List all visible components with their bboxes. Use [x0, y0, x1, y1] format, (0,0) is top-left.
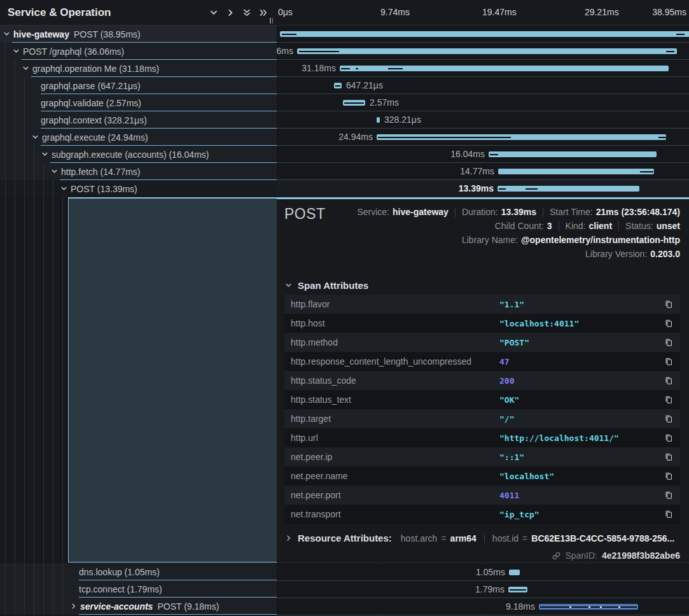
timeline-row[interactable]: 647.21μs: [277, 77, 689, 94]
copy-icon[interactable]: [662, 374, 675, 387]
chevron-right-icon[interactable]: [222, 4, 239, 21]
tree-row[interactable]: graphql.execute (24.94ms): [0, 129, 277, 146]
copy-icon[interactable]: [662, 489, 675, 501]
span-bar[interactable]: [297, 48, 677, 54]
copy-icon[interactable]: [662, 431, 675, 444]
resource-value: BC62E13B-C4CC-5854-9788-256...: [531, 533, 674, 543]
operation-name: graphql.context (328.21μs): [41, 115, 147, 125]
copy-icon[interactable]: [662, 470, 675, 482]
tree-row[interactable]: hive-gatewayPOST (38.95ms): [0, 25, 277, 43]
link-icon[interactable]: [552, 552, 560, 560]
span-bar[interactable]: [498, 169, 654, 174]
chevron-down-icon[interactable]: [3, 31, 10, 38]
chevron-down-icon[interactable]: [32, 134, 39, 141]
tree-row[interactable]: tcp.connect (1.79ms): [0, 580, 277, 598]
chevron-right-icon[interactable]: [70, 603, 77, 610]
attribute-row: http.method"POST": [284, 333, 680, 352]
meta-label: Child Count:: [495, 221, 544, 231]
timeline-row[interactable]: 36.06ms: [277, 43, 689, 60]
tree-row[interactable]: graphql.parse (647.21μs): [0, 77, 277, 94]
operation-name: graphql.parse (647.21μs): [41, 81, 141, 91]
attribute-value: 47: [499, 357, 662, 367]
meta-label: Start Time:: [550, 207, 593, 217]
child-span-marker: [510, 589, 526, 591]
copy-icon[interactable]: [662, 317, 675, 330]
timeline-ruler: 0μs9.74ms19.47ms29.21ms38.95ms: [277, 0, 689, 25]
copy-icon[interactable]: [662, 451, 675, 463]
operation-name: tcp.connect (1.79ms): [79, 584, 162, 594]
span-bar[interactable]: [377, 117, 380, 123]
ruler-tick: 19.47ms: [482, 7, 517, 17]
copy-icon[interactable]: [662, 298, 675, 311]
indent-guide: [43, 197, 44, 563]
chevron-right-icon: [285, 535, 292, 542]
ruler-tick: 38.95ms: [652, 7, 686, 17]
span-attributes-table: http.flavor"1.1"http.host"localhost:4011…: [284, 295, 680, 524]
tree-row[interactable]: graphql.context (328.21μs): [0, 111, 277, 129]
timeline-row[interactable]: 1.79ms: [277, 581, 689, 598]
timeline-row[interactable]: 1.05ms: [277, 564, 689, 581]
tree-row[interactable]: graphql.operation Me (31.18ms): [0, 60, 277, 77]
copy-icon[interactable]: [662, 393, 675, 406]
column-resizer-handle[interactable]: [270, 18, 273, 24]
child-span-marker: [344, 102, 364, 104]
attribute-key: http.host: [291, 318, 499, 328]
timeline-row[interactable]: 328.21μs: [277, 111, 689, 129]
copy-icon[interactable]: [662, 508, 675, 521]
chevron-down-icon[interactable]: [60, 185, 67, 192]
timeline-row[interactable]: [277, 25, 689, 43]
timeline-row[interactable]: 2.57ms: [277, 94, 689, 111]
equals-sign: =: [441, 533, 446, 543]
copy-icon[interactable]: [662, 336, 675, 349]
attribute-key: net.peer.ip: [291, 452, 499, 462]
span-name: http.fetch (14.77ms): [0, 163, 277, 180]
chevron-down-icon[interactable]: [13, 48, 20, 55]
copy-icon[interactable]: [662, 355, 675, 368]
chevron-down-icon[interactable]: [22, 65, 29, 72]
span-bar[interactable]: [509, 570, 520, 575]
attribute-key: http.method: [291, 337, 499, 347]
operation-name: subgraph.execute (accounts) (16.04ms): [52, 150, 209, 160]
tree-row[interactable]: POST (13.39ms): [0, 180, 277, 197]
span-name: hive-gatewayPOST (38.95ms): [0, 25, 277, 43]
resource-attributes-row[interactable]: Resource Attributes: host.arch=arm64host…: [285, 533, 680, 543]
span-bar[interactable]: [489, 151, 657, 157]
span-detail-meta: Service:hive-gatewayDuration:13.39msStar…: [357, 205, 680, 261]
duration-label: 1.05ms: [476, 564, 505, 581]
chevron-down-icon[interactable]: [51, 168, 58, 175]
tree-row[interactable]: service-accountsPOST (9.18ms): [0, 598, 277, 615]
event-marker: [569, 606, 571, 608]
attribute-key: http.target: [291, 414, 499, 424]
chevron-down-icon[interactable]: [41, 151, 48, 158]
indent-guide: [53, 197, 53, 563]
tree-row[interactable]: dns.lookup (1.05ms): [0, 563, 277, 580]
tree-row[interactable]: http.fetch (14.77ms): [0, 163, 277, 180]
double-chevron-down-icon[interactable]: [239, 4, 255, 21]
timeline-row[interactable]: 24.94ms: [277, 129, 689, 146]
span-id-label: SpanID:: [565, 550, 597, 561]
chevron-down-icon: [285, 282, 292, 289]
operation-name: POST /graphql (36.06ms): [23, 46, 124, 57]
meta-label: Service:: [357, 207, 389, 217]
span-name: dns.lookup (1.05ms): [0, 563, 277, 580]
tree-row[interactable]: subgraph.execute (accounts) (16.04ms): [0, 146, 277, 163]
span-bar[interactable]: [498, 186, 639, 192]
tree-row[interactable]: POST /graphql (36.06ms): [0, 43, 277, 60]
timeline-row[interactable]: 16.04ms: [277, 146, 689, 163]
span-attributes-section-toggle[interactable]: Span Attributes: [285, 280, 368, 291]
chevron-down-icon[interactable]: [205, 4, 222, 21]
operation-name: graphql.execute (24.94ms): [42, 132, 148, 143]
tree-header: Service & Operation: [0, 0, 277, 25]
operation-name: graphql.operation Me (31.18ms): [32, 64, 159, 74]
timeline-row[interactable]: 9.18ms: [277, 598, 689, 615]
child-span-marker: [282, 34, 296, 36]
equals-sign: =: [522, 533, 527, 543]
span-detail-title: POST: [284, 206, 326, 223]
span-bar[interactable]: [280, 31, 689, 37]
tree-row[interactable]: graphql.validate (2.57ms): [0, 94, 277, 111]
timeline-row[interactable]: 31.18ms: [277, 60, 689, 77]
copy-icon[interactable]: [662, 412, 675, 425]
span-name: graphql.operation Me (31.18ms): [0, 60, 277, 77]
timeline-row[interactable]: 14.77ms: [277, 163, 689, 180]
timeline-row[interactable]: 13.39ms: [277, 180, 689, 197]
